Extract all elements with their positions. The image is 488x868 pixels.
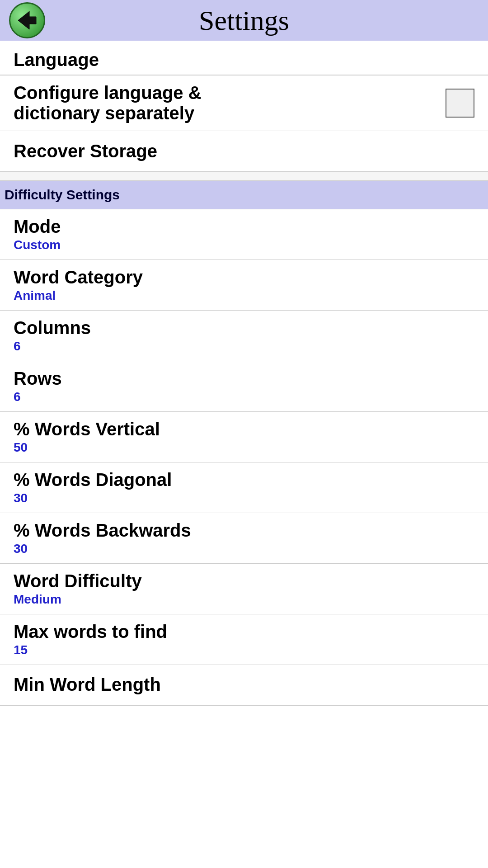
- configure-language-row[interactable]: Configure language &dictionary separatel…: [0, 75, 488, 131]
- columns-label: Columns: [14, 318, 474, 338]
- max-words-row[interactable]: Max words to find 15: [0, 614, 488, 665]
- columns-content: Columns 6: [14, 318, 474, 354]
- words-vertical-row[interactable]: % Words Vertical 50: [0, 412, 488, 462]
- word-difficulty-content: Word Difficulty Medium: [14, 571, 474, 607]
- page-title: Settings: [45, 5, 443, 37]
- words-backwards-content: % Words Backwards 30: [14, 520, 474, 556]
- words-diagonal-value: 30: [14, 491, 474, 505]
- max-words-value: 15: [14, 643, 474, 657]
- rows-label: Rows: [14, 368, 474, 389]
- words-diagonal-row[interactable]: % Words Diagonal 30: [0, 462, 488, 513]
- header: Settings: [0, 0, 488, 41]
- word-category-row[interactable]: Word Category Animal: [0, 260, 488, 311]
- words-backwards-label: % Words Backwards: [14, 520, 474, 541]
- configure-language-label: Configure language &dictionary separatel…: [14, 83, 446, 123]
- min-word-length-content: Min Word Length: [14, 675, 474, 696]
- rows-value: 6: [14, 390, 474, 404]
- words-diagonal-label: % Words Diagonal: [14, 470, 474, 490]
- difficulty-section-label: Difficulty Settings: [5, 187, 120, 202]
- columns-value: 6: [14, 339, 474, 354]
- word-category-label: Word Category: [14, 267, 474, 288]
- back-button[interactable]: [9, 2, 45, 38]
- mode-label: Mode: [14, 217, 474, 237]
- svg-marker-0: [18, 11, 36, 29]
- word-category-content: Word Category Animal: [14, 267, 474, 303]
- rows-row[interactable]: Rows 6: [0, 361, 488, 412]
- words-vertical-content: % Words Vertical 50: [14, 419, 474, 455]
- language-settings-group: Configure language &dictionary separatel…: [0, 75, 488, 172]
- language-section-label: Language: [0, 41, 488, 75]
- difficulty-section-header: Difficulty Settings: [0, 181, 488, 209]
- min-word-length-row[interactable]: Min Word Length: [0, 665, 488, 706]
- words-backwards-row[interactable]: % Words Backwards 30: [0, 513, 488, 564]
- language-label: Language: [14, 50, 99, 70]
- configure-language-checkbox[interactable]: [446, 89, 474, 118]
- recover-storage-content: Recover Storage: [14, 141, 474, 161]
- word-difficulty-value: Medium: [14, 592, 474, 607]
- word-difficulty-row[interactable]: Word Difficulty Medium: [0, 564, 488, 614]
- mode-row[interactable]: Mode Custom: [0, 209, 488, 260]
- max-words-label: Max words to find: [14, 622, 474, 642]
- word-category-value: Animal: [14, 288, 474, 303]
- words-diagonal-content: % Words Diagonal 30: [14, 470, 474, 505]
- max-words-content: Max words to find 15: [14, 622, 474, 657]
- mode-content: Mode Custom: [14, 217, 474, 252]
- mode-value: Custom: [14, 238, 474, 252]
- word-difficulty-label: Word Difficulty: [14, 571, 474, 591]
- words-backwards-value: 30: [14, 542, 474, 556]
- rows-content: Rows 6: [14, 368, 474, 404]
- recover-storage-label: Recover Storage: [14, 141, 474, 161]
- recover-storage-row[interactable]: Recover Storage: [0, 131, 488, 172]
- words-vertical-value: 50: [14, 440, 474, 455]
- difficulty-settings-group: Mode Custom Word Category Animal Columns…: [0, 209, 488, 706]
- configure-language-content: Configure language &dictionary separatel…: [14, 83, 446, 123]
- words-vertical-label: % Words Vertical: [14, 419, 474, 439]
- min-word-length-label: Min Word Length: [14, 675, 474, 695]
- columns-row[interactable]: Columns 6: [0, 311, 488, 361]
- group-spacer: [0, 172, 488, 181]
